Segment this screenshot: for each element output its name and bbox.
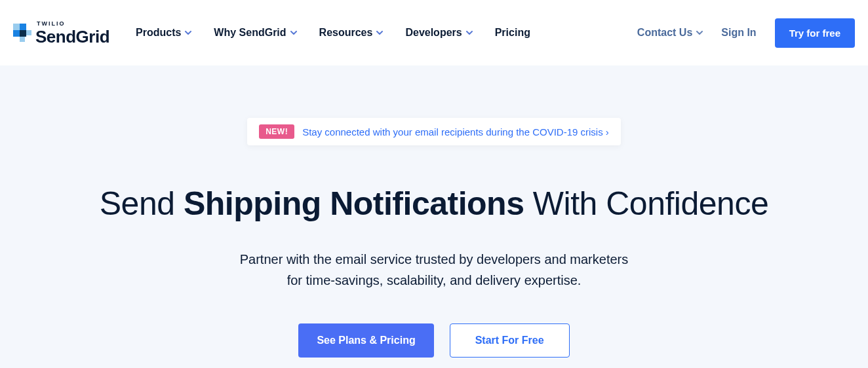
nav-developers[interactable]: Developers bbox=[405, 27, 472, 39]
contact-us-link[interactable]: Contact Us bbox=[637, 27, 703, 39]
chevron-down-icon bbox=[376, 31, 383, 35]
nav-label: Why SendGrid bbox=[214, 27, 286, 39]
nav-pricing[interactable]: Pricing bbox=[495, 27, 530, 39]
nav-label: Products bbox=[136, 27, 181, 39]
see-plans-button[interactable]: See Plans & Pricing bbox=[298, 323, 433, 358]
nav-products[interactable]: Products bbox=[136, 27, 191, 39]
hero-headline: Send Shipping Notifications With Confide… bbox=[13, 185, 855, 223]
headline-bold: Shipping Notifications bbox=[184, 185, 524, 222]
chevron-down-icon bbox=[185, 31, 191, 35]
chevron-down-icon bbox=[696, 31, 703, 35]
nav-label: Pricing bbox=[495, 27, 530, 39]
headline-post: With Confidence bbox=[524, 185, 768, 222]
site-header: TWILIO SendGrid Products Why SendGrid Re… bbox=[0, 0, 868, 65]
chevron-down-icon bbox=[290, 31, 297, 35]
hero-subhead: Partner with the email service trusted b… bbox=[13, 249, 855, 291]
start-free-button[interactable]: Start For Free bbox=[450, 323, 570, 358]
nav-resources[interactable]: Resources bbox=[319, 27, 384, 39]
cta-row: See Plans & Pricing Start For Free bbox=[13, 323, 855, 358]
nav-label: Resources bbox=[319, 27, 373, 39]
subhead-line2: for time-savings, scalability, and deliv… bbox=[287, 273, 582, 287]
logo-name: SendGrid bbox=[35, 28, 109, 45]
right-nav: Contact Us Sign In Try for free bbox=[637, 18, 855, 48]
banner-link[interactable]: Stay connected with your email recipient… bbox=[302, 126, 609, 138]
logo-icon bbox=[13, 24, 31, 42]
sign-in-link[interactable]: Sign In bbox=[721, 27, 756, 39]
try-for-free-button[interactable]: Try for free bbox=[775, 18, 855, 48]
subhead-line1: Partner with the email service trusted b… bbox=[240, 252, 629, 267]
logo-tagline: TWILIO bbox=[37, 21, 109, 27]
main-nav: Products Why SendGrid Resources Develope… bbox=[136, 27, 530, 39]
logo[interactable]: TWILIO SendGrid bbox=[13, 21, 109, 45]
announcement-banner[interactable]: NEW! Stay connected with your email reci… bbox=[247, 118, 621, 145]
hero-section: NEW! Stay connected with your email reci… bbox=[0, 65, 868, 368]
logo-text: TWILIO SendGrid bbox=[35, 21, 109, 45]
contact-label: Contact Us bbox=[637, 27, 692, 39]
nav-why-sendgrid[interactable]: Why SendGrid bbox=[214, 27, 296, 39]
new-badge: NEW! bbox=[259, 124, 294, 139]
headline-pre: Send bbox=[100, 185, 184, 222]
chevron-down-icon bbox=[466, 31, 473, 35]
nav-label: Developers bbox=[405, 27, 462, 39]
